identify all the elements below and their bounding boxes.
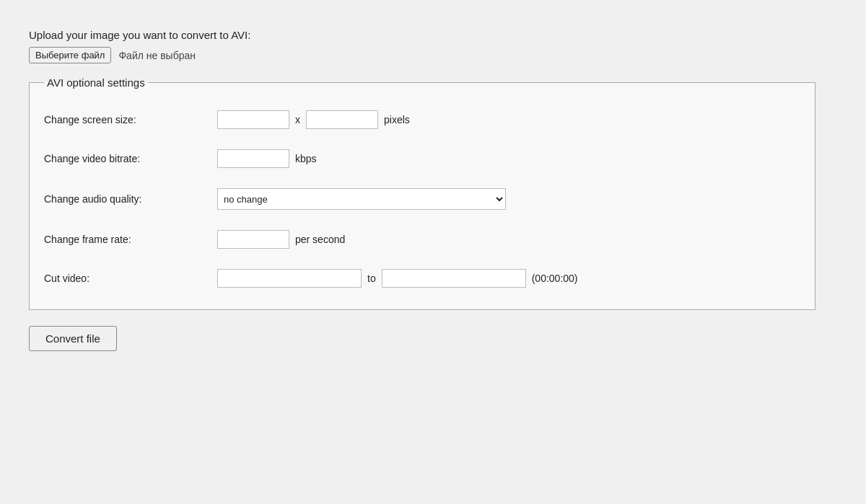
no-file-text: Файл не выбран bbox=[118, 50, 196, 61]
cut-video-start-input[interactable] bbox=[217, 269, 362, 288]
upload-label: Upload your image you want to convert to… bbox=[29, 29, 837, 41]
frame-rate-input[interactable] bbox=[217, 230, 289, 249]
video-bitrate-input[interactable] bbox=[217, 149, 289, 168]
upload-section: Upload your image you want to convert to… bbox=[29, 29, 837, 63]
screen-size-row: Change screen size: x pixels bbox=[44, 110, 793, 129]
screen-size-unit: pixels bbox=[384, 114, 410, 125]
frame-rate-control: per second bbox=[217, 230, 345, 249]
convert-file-button[interactable]: Convert file bbox=[29, 326, 117, 351]
cut-video-label: Cut video: bbox=[44, 273, 217, 284]
frame-rate-row: Change frame rate: per second bbox=[44, 230, 793, 249]
settings-table: Change screen size: x pixels Change vide… bbox=[44, 110, 793, 288]
audio-quality-label: Change audio quality: bbox=[44, 193, 217, 205]
screen-size-label: Change screen size: bbox=[44, 114, 217, 125]
frame-rate-label: Change frame rate: bbox=[44, 234, 217, 245]
file-input-row: Выберите файл Файл не выбран bbox=[29, 47, 837, 63]
frame-rate-unit: per second bbox=[295, 234, 345, 245]
screen-size-control: x pixels bbox=[217, 110, 410, 129]
cut-video-end-input[interactable] bbox=[382, 269, 526, 288]
cut-video-control: to (00:00:00) bbox=[217, 269, 578, 288]
video-bitrate-row: Change video bitrate: kbps bbox=[44, 149, 793, 168]
cut-video-row: Cut video: to (00:00:00) bbox=[44, 269, 793, 288]
cut-video-duration: (00:00:00) bbox=[532, 273, 578, 284]
choose-file-button[interactable]: Выберите файл bbox=[29, 47, 111, 63]
audio-quality-control: no change low medium high bbox=[217, 188, 506, 210]
video-bitrate-label: Change video bitrate: bbox=[44, 153, 217, 164]
settings-legend: AVI optional settings bbox=[44, 76, 148, 89]
screen-size-x-separator: x bbox=[295, 114, 300, 125]
audio-quality-row: Change audio quality: no change low medi… bbox=[44, 188, 793, 210]
page-container: Upload your image you want to convert to… bbox=[29, 29, 837, 351]
cut-video-to-separator: to bbox=[367, 273, 376, 284]
screen-height-input[interactable] bbox=[306, 110, 378, 129]
screen-width-input[interactable] bbox=[217, 110, 289, 129]
video-bitrate-unit: kbps bbox=[295, 153, 317, 164]
settings-fieldset: AVI optional settings Change screen size… bbox=[29, 76, 815, 310]
audio-quality-select[interactable]: no change low medium high bbox=[217, 188, 506, 210]
video-bitrate-control: kbps bbox=[217, 149, 317, 168]
